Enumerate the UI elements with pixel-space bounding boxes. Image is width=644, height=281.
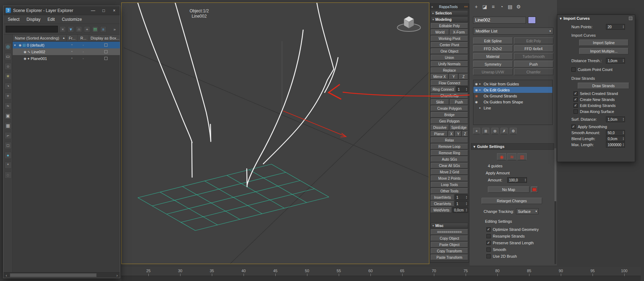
value-spinner-max-length[interactable]: 1000000▲▼ bbox=[606, 142, 625, 148]
button-flow-connect[interactable]: Flow Connect bbox=[431, 80, 468, 86]
button-z[interactable]: Z bbox=[462, 131, 468, 137]
checkbox-resample-strands[interactable]: Resample Strands bbox=[486, 233, 554, 239]
button-center-pivot[interactable]: Center Pivot bbox=[431, 42, 468, 48]
column-headers[interactable]: Name (Sorted Ascending) ▲ Fr... R... Dis… bbox=[13, 35, 120, 42]
button-ring-connect[interactable]: Ring Connect bbox=[431, 86, 456, 92]
window-titlebar[interactable]: 3 Scene Explorer - Layer Explorer — □ × bbox=[4, 6, 120, 15]
frozen-cell-icon[interactable]: * bbox=[66, 50, 78, 54]
timeline-band[interactable]: 253035404550556065707580859095100 bbox=[121, 267, 641, 276]
button-remove-loop[interactable]: Remove Loop bbox=[431, 144, 468, 149]
qb-symmetry[interactable]: Symmetry bbox=[473, 61, 513, 67]
checkbox-icon[interactable] bbox=[574, 109, 578, 114]
frozen-cell-icon[interactable]: * bbox=[66, 57, 78, 60]
perspective-viewport[interactable]: Object:1/2 Line002 bbox=[121, 2, 429, 264]
button-paste-transform[interactable]: Paste Transform bbox=[431, 255, 468, 260]
menu-display[interactable]: Display bbox=[26, 17, 40, 22]
checkbox-icon[interactable] bbox=[486, 247, 491, 252]
comb-brush-icon[interactable]: ▥ bbox=[517, 153, 527, 160]
list-item-line002[interactable]: ◉∿Line002*◦ bbox=[13, 48, 120, 55]
render-cell-icon[interactable]: ◦ bbox=[78, 57, 89, 60]
display-column-header[interactable]: Display as Box... bbox=[89, 35, 120, 42]
qb-edit-poly[interactable]: Edit Poly bbox=[514, 37, 554, 44]
clear-search-icon[interactable]: × bbox=[60, 26, 66, 32]
display-as-box-cell[interactable] bbox=[89, 50, 120, 53]
button-move-2-points[interactable]: Move 2 Points bbox=[431, 175, 468, 181]
modifier-line[interactable]: ▸Line bbox=[473, 105, 552, 111]
visibility-eye-icon[interactable]: ◉ bbox=[24, 50, 26, 54]
value-1[interactable]: 1▲▼ bbox=[455, 201, 468, 207]
display-as-box-cell[interactable] bbox=[89, 57, 120, 60]
rollout-misc[interactable]: ▾ Misc bbox=[431, 223, 468, 228]
checkbox-icon[interactable]: ✓ bbox=[486, 241, 491, 245]
view-cube[interactable] bbox=[397, 16, 421, 31]
spinner-arrows-icon[interactable]: ▲▼ bbox=[622, 118, 625, 121]
num-points-spinner[interactable]: 20 ▲▼ bbox=[606, 24, 625, 30]
motion-tab-icon[interactable]: ◔ bbox=[498, 3, 505, 11]
button-item[interactable]: ============ bbox=[431, 229, 468, 235]
remove-modifier-icon[interactable]: ✗ bbox=[501, 128, 508, 134]
button-x[interactable]: X bbox=[448, 131, 454, 137]
checkbox-icon[interactable]: ✓ bbox=[574, 97, 578, 102]
geometry-filter-icon[interactable]: ▭ bbox=[5, 53, 12, 60]
timeline-tick-65[interactable]: 65 bbox=[400, 269, 404, 273]
qb-ffd-4x4x4[interactable]: FFD 4x4x4 bbox=[514, 45, 554, 52]
display-all-filter-icon[interactable]: ◎ bbox=[5, 43, 12, 50]
guide-settings-rollout[interactable]: ▾ Guide Settings bbox=[471, 143, 554, 150]
visibility-eye-icon[interactable]: ◉ bbox=[24, 57, 26, 60]
button-geo-polygon[interactable]: Geo Polygon bbox=[431, 118, 468, 124]
maximize-button[interactable]: □ bbox=[99, 7, 108, 14]
xrefs-filter-icon[interactable]: ▦ bbox=[5, 122, 12, 129]
qb-chamfer[interactable]: Chamfer bbox=[514, 68, 554, 75]
hidden-filter-icon[interactable]: ◌ bbox=[5, 172, 12, 179]
rollout-modeling[interactable]: ▾ Modeling bbox=[431, 17, 468, 22]
pick-parent-icon[interactable]: + bbox=[84, 26, 90, 32]
value-spinner-blend-length[interactable]: 0,0cm▲▼ bbox=[606, 136, 625, 142]
close-button[interactable]: × bbox=[110, 7, 118, 14]
checkbox-draw-along-surface[interactable]: Draw Along Surface bbox=[574, 108, 618, 114]
make-unique-icon[interactable]: ⊛ bbox=[491, 128, 498, 134]
button-mirror-x[interactable]: Mirror X bbox=[431, 74, 448, 79]
pin-stack-icon[interactable]: ⌖ bbox=[473, 128, 480, 134]
object-color-swatch[interactable] bbox=[528, 17, 536, 24]
display-as-box-cell[interactable] bbox=[89, 43, 120, 47]
render-cell-icon[interactable]: ◦ bbox=[78, 43, 89, 47]
spinner-arrows-icon[interactable]: ▲▼ bbox=[622, 59, 625, 62]
timeline-tick-35[interactable]: 35 bbox=[210, 269, 214, 273]
qb-unwrap-uvw[interactable]: Unwrap UVW bbox=[473, 68, 513, 75]
utilities-tab-icon[interactable]: ⚙ bbox=[515, 3, 522, 11]
modifier-ox-guides-from-shape[interactable]: ◉Ox Guides from Shape bbox=[473, 99, 552, 105]
hierarchy-view-icon[interactable]: ≡ bbox=[100, 26, 106, 32]
checkbox-icon[interactable]: ✓ bbox=[486, 227, 491, 232]
modifier-ox-ground-strands[interactable]: ◉Ox Ground Strands bbox=[473, 93, 552, 99]
spinner-arrows-icon[interactable]: ▲▼ bbox=[525, 178, 527, 182]
shapes-filter-icon[interactable]: ○ bbox=[5, 63, 12, 70]
checkbox-icon[interactable]: ✓ bbox=[574, 91, 578, 96]
scroll-left-icon[interactable]: ‹ bbox=[4, 273, 9, 278]
timeline-tick-30[interactable]: 30 bbox=[178, 269, 182, 273]
timeline-tick-95[interactable]: 95 bbox=[590, 269, 595, 273]
qb-push[interactable]: Push bbox=[514, 61, 554, 67]
panel-scrollbar[interactable] bbox=[554, 148, 556, 264]
button-dissolve[interactable]: Dissolve bbox=[431, 125, 449, 130]
show-end-result-icon[interactable]: ≣ bbox=[482, 128, 489, 134]
timeline-tick-100[interactable]: 100 bbox=[621, 269, 627, 273]
qb-material[interactable]: Material bbox=[473, 53, 513, 60]
checkbox-use-2d-brush[interactable]: Use 2D Brush bbox=[486, 253, 554, 259]
draw-strands-button[interactable]: Draw Strands bbox=[578, 83, 629, 89]
render-column-header[interactable]: R... bbox=[78, 35, 89, 41]
timeline-tick-70[interactable]: 70 bbox=[432, 269, 436, 273]
timeline-tick-55[interactable]: 55 bbox=[337, 269, 341, 273]
create-tab-icon[interactable]: + bbox=[472, 3, 480, 11]
visibility-eye-icon[interactable]: ◉ bbox=[474, 82, 478, 86]
checkbox-icon[interactable] bbox=[486, 254, 491, 258]
import-spline-button[interactable]: Import Spline bbox=[579, 40, 628, 46]
list-item-plane001[interactable]: ◉●Plane001*◦ bbox=[13, 55, 120, 62]
close-all-icon[interactable]: × bbox=[466, 5, 468, 8]
timeline-tick-45[interactable]: 45 bbox=[273, 269, 277, 273]
amount-map-button[interactable]: No Map bbox=[488, 186, 529, 193]
button-one-object[interactable]: One Object bbox=[431, 48, 468, 54]
expander-icon[interactable]: ▸ bbox=[479, 88, 483, 91]
button-chamferop[interactable]: ChamferOp bbox=[431, 93, 468, 98]
button-weldverts[interactable]: WeldVerts bbox=[431, 207, 452, 213]
layers-view-icon[interactable]: ▤ bbox=[92, 26, 98, 32]
